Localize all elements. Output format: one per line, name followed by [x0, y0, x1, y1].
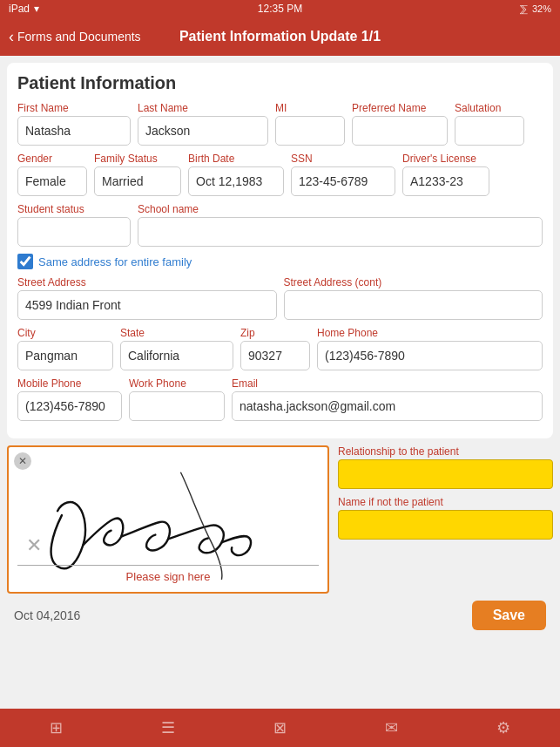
state-field: State: [120, 327, 233, 370]
status-bar-right: ⅀ 32%: [520, 3, 551, 15]
student-status-input[interactable]: [17, 217, 131, 247]
same-address-checkbox[interactable]: [17, 254, 33, 269]
family-status-field: Family Status: [94, 153, 181, 196]
zip-field: Zip: [240, 327, 310, 370]
home-phone-label: Home Phone: [317, 327, 543, 339]
status-bar-time: 12:35 PM: [258, 3, 302, 15]
date-save-row: Oct 04,2016 Save: [7, 601, 553, 630]
preferred-name-input[interactable]: [352, 116, 448, 146]
status-bar-left: iPad ▾: [9, 3, 39, 15]
street-address-input[interactable]: [17, 290, 277, 320]
school-name-input[interactable]: [138, 217, 543, 247]
status-bar: iPad ▾ 12:35 PM ⅀ 32%: [0, 0, 560, 17]
tab-icon-2: ☰: [161, 718, 175, 737]
drivers-license-input[interactable]: [402, 166, 489, 196]
school-name-label: School name: [138, 203, 543, 215]
gender-label: Gender: [17, 153, 87, 165]
name-not-patient-input[interactable]: [338, 510, 553, 540]
city-input[interactable]: [17, 341, 113, 370]
mi-field: MI: [275, 102, 345, 146]
back-chevron-icon: ‹: [9, 28, 14, 46]
signature-box[interactable]: ✕ ✕ Please sign here: [7, 445, 329, 594]
name-not-patient-field: Name if not the patient: [338, 496, 553, 540]
salutation-label: Salutation: [455, 102, 524, 114]
city-field: City: [17, 327, 113, 370]
salutation-input[interactable]: [455, 116, 524, 146]
carrier-label: iPad: [9, 3, 30, 15]
battery-label: 32%: [532, 3, 551, 14]
zip-input[interactable]: [240, 341, 310, 370]
last-name-input[interactable]: [138, 116, 268, 146]
signature-x-mark: ✕: [26, 534, 42, 557]
back-label: Forms and Documents: [17, 30, 141, 44]
city-state-row: City State Zip Home Phone: [17, 327, 543, 370]
name-row: First Name Last Name MI Preferred Name S…: [17, 102, 543, 146]
state-input[interactable]: [120, 341, 233, 370]
city-label: City: [17, 327, 113, 339]
mi-label: MI: [275, 102, 345, 114]
tab-item-3[interactable]: ⊠: [273, 718, 287, 738]
family-status-label: Family Status: [94, 153, 181, 165]
student-status-label: Student status: [17, 203, 131, 215]
street-address-cont-input[interactable]: [284, 290, 543, 320]
identity-row: Gender Family Status Birth Date SSN Driv…: [17, 153, 543, 196]
nav-bar: ‹ Forms and Documents Patient Informatio…: [0, 17, 560, 56]
last-name-field: Last Name: [138, 102, 268, 146]
first-name-label: First Name: [17, 102, 131, 114]
school-name-field: School name: [138, 203, 543, 247]
same-address-row: Same address for entire family: [17, 254, 543, 269]
same-address-label: Same address for entire family: [38, 255, 192, 268]
state-label: State: [120, 327, 233, 339]
tab-icon-4: ✉: [385, 718, 398, 737]
back-button[interactable]: ‹ Forms and Documents: [9, 28, 141, 46]
salutation-field: Salutation: [455, 102, 524, 146]
gender-input[interactable]: [17, 166, 87, 196]
ssn-label: SSN: [291, 153, 395, 165]
wifi-icon: ▾: [34, 3, 39, 15]
signature-placeholder: Please sign here: [126, 570, 211, 583]
student-row: Student status School name: [17, 203, 543, 247]
ssn-field: SSN: [291, 153, 395, 196]
main-content: Patient Information First Name Last Name…: [0, 56, 560, 709]
save-button[interactable]: Save: [472, 601, 546, 630]
street-address-field: Street Address: [17, 276, 277, 320]
birth-date-input[interactable]: [188, 166, 284, 196]
work-phone-input[interactable]: [129, 391, 225, 421]
birth-date-label: Birth Date: [188, 153, 284, 165]
ssn-input[interactable]: [291, 166, 395, 196]
name-not-patient-label: Name if not the patient: [338, 496, 553, 508]
nav-title: Patient Information Update 1/1: [179, 29, 381, 44]
first-name-field: First Name: [17, 102, 131, 146]
street-address-cont-label: Street Address (cont): [284, 276, 543, 289]
work-phone-field: Work Phone: [129, 377, 225, 421]
last-name-label: Last Name: [138, 102, 268, 114]
family-status-input[interactable]: [94, 166, 181, 196]
bottom-section: ✕ ✕ Please sign here: [7, 445, 553, 637]
signature-line: [17, 565, 319, 566]
preferred-name-label: Preferred Name: [352, 102, 448, 114]
tab-icon-3: ⊠: [273, 718, 287, 737]
tab-item-1[interactable]: ⊞: [50, 718, 63, 738]
email-input[interactable]: [232, 391, 543, 421]
home-phone-field: Home Phone: [317, 327, 543, 370]
mobile-phone-input[interactable]: [17, 391, 122, 421]
street-address-label: Street Address: [17, 276, 277, 289]
relationship-input[interactable]: [338, 459, 553, 489]
tab-item-4[interactable]: ✉: [385, 718, 398, 738]
tab-icon-5: ⚙: [496, 718, 510, 737]
patient-info-card: Patient Information First Name Last Name…: [7, 63, 553, 438]
tab-item-2[interactable]: ☰: [161, 718, 175, 738]
home-phone-input[interactable]: [317, 341, 543, 370]
street-address-row: Street Address Street Address (cont): [17, 276, 543, 320]
gender-field: Gender: [17, 153, 87, 196]
zip-label: Zip: [240, 327, 310, 339]
bluetooth-icon: ⅀: [520, 3, 528, 15]
tab-item-5[interactable]: ⚙: [496, 718, 510, 738]
mobile-phone-label: Mobile Phone: [17, 377, 122, 390]
mi-input[interactable]: [275, 116, 345, 146]
date-label: Oct 04,2016: [14, 608, 80, 622]
first-name-input[interactable]: [17, 116, 131, 146]
preferred-name-field: Preferred Name: [352, 102, 448, 146]
birth-date-field: Birth Date: [188, 153, 284, 196]
right-panel: Relationship to the patient Name if not …: [338, 445, 553, 540]
